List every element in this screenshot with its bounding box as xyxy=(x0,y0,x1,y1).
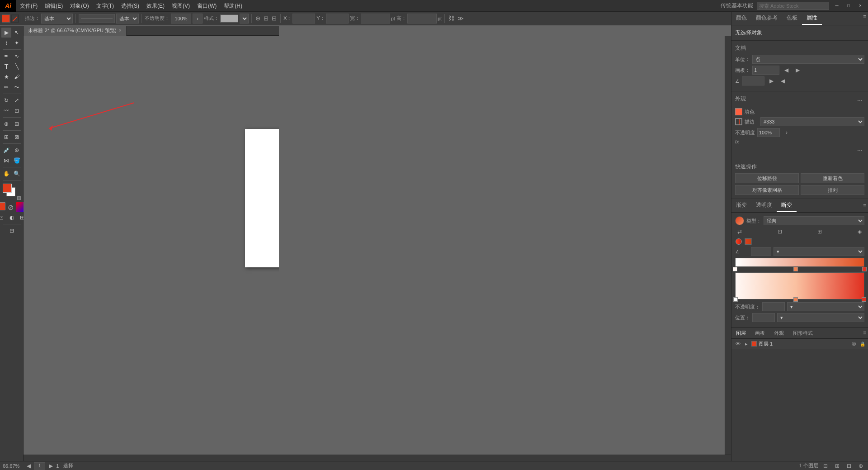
recolor-btn[interactable]: 重新着色 xyxy=(801,173,864,183)
pencil-tool[interactable]: ✏ xyxy=(1,82,11,92)
opacity-more-btn[interactable]: › xyxy=(193,14,203,24)
stroke-weight-select[interactable]: 基本 xyxy=(41,14,73,24)
smooth-tool[interactable]: 〜 xyxy=(12,82,22,92)
menu-edit[interactable]: 编辑(E) xyxy=(41,0,66,12)
tab-transparency[interactable]: 透明度 xyxy=(751,199,777,212)
appearance-extra-btn[interactable]: ⋯ xyxy=(855,146,864,155)
appearance-more-btn[interactable]: ⋯ xyxy=(855,96,864,105)
width-input[interactable]: 355.542 xyxy=(361,14,390,24)
style-select[interactable] xyxy=(240,14,249,24)
tab-gradient-opacity[interactable]: 渐变 xyxy=(731,199,751,212)
layers-tab-artboard[interactable]: 画板 xyxy=(750,328,769,338)
tab-properties[interactable]: 属性 xyxy=(802,12,822,25)
lasso-tool[interactable]: ⌇ xyxy=(1,38,11,48)
screen-mode-icon[interactable]: ⊡ xyxy=(0,213,6,223)
menu-text[interactable]: 文字(T) xyxy=(93,0,118,12)
free-transform-tool[interactable]: ⊡ xyxy=(12,106,22,116)
layer-lock-icon[interactable]: 🔒 xyxy=(860,342,865,347)
gradient-options-icon[interactable]: ⊞ xyxy=(815,227,824,236)
align-pixel-btn[interactable]: 对齐像素网格 xyxy=(735,185,799,195)
style-box[interactable] xyxy=(220,14,238,23)
gradient-preview-icon[interactable]: ◈ xyxy=(855,227,864,236)
page-input-status[interactable] xyxy=(34,462,45,470)
layers-tab-appearance[interactable]: 外观 xyxy=(769,328,788,338)
menu-file[interactable]: 文件(F) xyxy=(16,0,41,12)
opacity-more-icon[interactable]: › xyxy=(782,128,791,137)
fill-indicator[interactable] xyxy=(0,202,5,210)
magic-wand-tool[interactable]: ✦ xyxy=(12,38,22,48)
gradient-reverse-icon[interactable]: ⇄ xyxy=(735,227,744,236)
horizontal-scrollbar[interactable] xyxy=(24,455,731,461)
adobe-stock-search[interactable] xyxy=(757,2,829,10)
tab-swatches[interactable]: 色板 xyxy=(782,12,802,25)
layer-visibility-icon[interactable]: 👁 xyxy=(734,340,741,347)
grid-icon[interactable]: ⊟ xyxy=(271,15,278,22)
stroke-select[interactable]: #333 xyxy=(760,117,864,126)
arrange-btn[interactable]: 排列 xyxy=(801,185,864,195)
menu-help[interactable]: 帮助(H) xyxy=(220,0,246,12)
select-tool[interactable]: ▶ xyxy=(1,28,11,38)
height-input[interactable]: 355.79 xyxy=(407,14,437,24)
artboard-tool[interactable]: ⊞ xyxy=(1,132,11,142)
layer-expand-icon[interactable]: ▸ xyxy=(743,341,750,347)
eyedropper-tool[interactable]: 💉 xyxy=(1,145,11,155)
tab-close-btn[interactable]: × xyxy=(119,28,122,33)
more-icon[interactable]: ≫ xyxy=(457,15,465,22)
document-tab[interactable]: 未标题-2* @ 66.67% (CMYK/GPU 预览) × xyxy=(24,26,127,36)
rotate-cw-btn[interactable]: ▶ xyxy=(767,76,776,85)
stop-location-input[interactable]: 47.07% xyxy=(752,313,775,322)
preview-stop-mid[interactable] xyxy=(793,297,798,302)
rotate-tool[interactable]: ↻ xyxy=(1,95,11,105)
y-input[interactable]: 281.591 xyxy=(326,14,349,24)
menu-window[interactable]: 窗口(W) xyxy=(193,0,220,12)
next-page-btn[interactable]: ▶ xyxy=(793,66,802,75)
stop-opacity-select[interactable]: ▾ xyxy=(787,302,864,311)
gradient-stop-mid[interactable] xyxy=(793,267,798,271)
paint-bucket-tool[interactable]: 🪣 xyxy=(12,156,22,166)
unit-select[interactable]: 点 xyxy=(752,55,864,64)
layer-name[interactable]: 图层 1 xyxy=(759,341,850,347)
symbol-sprayer-tool[interactable]: ⊕ xyxy=(1,119,11,129)
tab-gradient-editor[interactable]: 断变 xyxy=(777,199,797,212)
preview-stop-left[interactable] xyxy=(733,297,738,302)
status-icon-1[interactable]: ⊟ xyxy=(821,461,830,470)
offset-path-btn[interactable]: 位移路径 xyxy=(735,173,799,183)
line-tool[interactable]: ╲ xyxy=(12,62,22,71)
stop-opacity-input[interactable]: 100% xyxy=(762,302,785,311)
close-button[interactable]: × xyxy=(856,2,864,10)
gradient-stop-left[interactable] xyxy=(733,267,737,271)
foreground-color[interactable] xyxy=(3,184,12,193)
reset-colors-icon[interactable] xyxy=(17,196,21,200)
opacity-panel-input[interactable] xyxy=(757,128,780,137)
prev-page-btn[interactable]: ◀ xyxy=(782,66,791,75)
canvas-area[interactable] xyxy=(24,36,279,461)
x-input[interactable]: 393.644 xyxy=(292,14,315,24)
gradient-menu-icon[interactable]: ≡ xyxy=(861,201,868,211)
transform-icon[interactable]: ⊞ xyxy=(263,15,269,22)
menu-object[interactable]: 对象(O) xyxy=(66,0,92,12)
gradient-angle-input[interactable]: 0° xyxy=(751,247,771,256)
curvature-tool[interactable]: ∿ xyxy=(12,51,22,61)
measure-tool[interactable]: ⊛ xyxy=(12,145,22,155)
direct-select-tool[interactable]: ↖ xyxy=(12,28,22,38)
maximize-button[interactable]: □ xyxy=(844,2,853,10)
gradient-bar[interactable] xyxy=(735,258,864,267)
link-wh-icon[interactable]: ⛓ xyxy=(448,15,455,22)
stop-location-select[interactable]: ▾ xyxy=(777,313,864,322)
layers-tab-graphic-styles[interactable]: 图形样式 xyxy=(788,328,817,338)
document-properties-tool[interactable]: ⊟ xyxy=(3,226,21,236)
tab-color[interactable]: 颜色 xyxy=(731,12,751,25)
paintbrush-tool[interactable]: 🖌 xyxy=(12,72,22,82)
menu-select[interactable]: 选择(S) xyxy=(118,0,143,12)
gradient-type-select[interactable]: 径向 线性 xyxy=(764,216,864,225)
layers-tab-layers[interactable]: 图层 xyxy=(731,328,750,338)
layers-menu-icon[interactable]: ≡ xyxy=(861,328,868,338)
hand-tool[interactable]: ✋ xyxy=(1,169,11,179)
stroke-end-select[interactable]: 基本 xyxy=(116,14,139,24)
type-tool[interactable]: T xyxy=(1,62,11,71)
opacity-input[interactable]: 100% xyxy=(171,14,191,24)
gradient-spread-icon[interactable]: ⊡ xyxy=(775,227,784,236)
gradient-stop-right[interactable] xyxy=(862,267,867,271)
status-icon-2[interactable]: ⊞ xyxy=(833,461,842,470)
column-graph-tool[interactable]: ⊟ xyxy=(12,119,22,129)
